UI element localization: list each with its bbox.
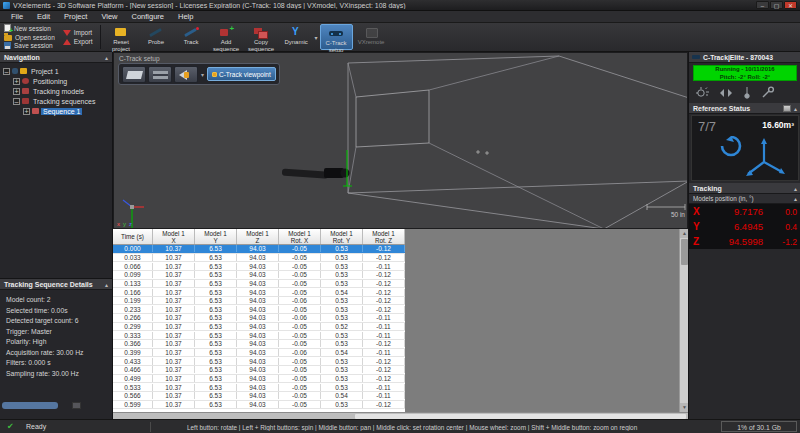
tool-copyseq-button[interactable]: Copy sequence	[245, 24, 278, 50]
column-header-time[interactable]: Time (s)	[113, 229, 153, 244]
table-cell: 94.03	[237, 332, 279, 339]
tool-addseq-button[interactable]: Add sequence	[210, 24, 243, 50]
table-row[interactable]: 0.09910.376.5394.03-0.050.53-0.12	[113, 271, 405, 280]
expand-node-icon[interactable]: +	[13, 78, 20, 85]
view-side-button[interactable]	[148, 66, 172, 83]
table-row[interactable]: 0.53310.376.5394.03-0.050.53-0.11	[113, 383, 405, 392]
table-row[interactable]: 0.49910.376.5394.03-0.050.53-0.12	[113, 375, 405, 384]
session-buttons: New sessionOpen sessionSave session	[0, 23, 59, 51]
collapse-icon[interactable]: ▴	[794, 195, 797, 202]
table-row[interactable]: 0.56610.376.5394.03-0.050.54-0.11	[113, 392, 405, 401]
column-header-rot-z[interactable]: Model 1Rot. Z	[363, 229, 405, 244]
ctrack-viewpoint-button[interactable]: C-Track viewpoint	[207, 67, 276, 81]
wrench-icon[interactable]	[761, 86, 775, 99]
chevron-down-icon[interactable]: ▾	[315, 34, 318, 41]
column-header-x[interactable]: Model 1X	[153, 229, 195, 244]
table-row[interactable]: 0.23310.376.5394.03-0.050.53-0.12	[113, 305, 405, 314]
table-horizontal-scrollbar[interactable]	[113, 412, 688, 419]
menu-item-configure[interactable]: Configure	[125, 12, 172, 21]
button-new-session[interactable]: New session	[2, 24, 57, 33]
tool-probe-button[interactable]: Probe	[140, 24, 173, 50]
axis-label: Y	[693, 221, 703, 232]
minimize-button[interactable]: –	[756, 1, 769, 9]
collapse-icon[interactable]: ▴	[794, 105, 797, 112]
collapse-node-icon[interactable]: –	[13, 98, 20, 105]
tool-ctrack-button[interactable]: C-Track setup	[320, 24, 353, 50]
scrollbar-thumb[interactable]	[681, 239, 688, 265]
reference-status-title: Reference Status	[693, 105, 750, 112]
button-save-session[interactable]: Save session	[2, 41, 57, 50]
menu-item-edit[interactable]: Edit	[30, 12, 57, 21]
scrollbar-thumb[interactable]	[2, 402, 58, 409]
collapse-icon[interactable]: ▴	[105, 54, 108, 61]
menu-item-help[interactable]: Help	[171, 12, 200, 21]
collapse-node-icon[interactable]: –	[3, 68, 10, 75]
table-row[interactable]: 0.13310.376.5394.03-0.050.53-0.12	[113, 280, 405, 289]
alignment-icon[interactable]	[719, 86, 733, 99]
menu-item-project[interactable]: Project	[57, 12, 94, 21]
collapse-icon[interactable]: ▴	[105, 281, 108, 288]
import-icon	[63, 30, 71, 36]
table-row[interactable]: 0.00010.376.5394.03-0.050.53-0.12	[113, 245, 405, 254]
scrollbar-button[interactable]	[72, 402, 81, 409]
menu-item-file[interactable]: File	[4, 12, 30, 21]
menu-item-view[interactable]: View	[94, 12, 124, 21]
column-header-rot-x[interactable]: Model 1Rot. X	[279, 229, 321, 244]
table-row[interactable]: 0.33310.376.5394.03-0.050.53-0.11	[113, 331, 405, 340]
tree-item-tracking-models[interactable]: +Tracking models	[3, 86, 112, 96]
tree-item-tracking-sequences[interactable]: –Tracking sequences	[3, 96, 112, 106]
tool-reset-button[interactable]: Reset project	[105, 24, 138, 50]
tree-item-project-1[interactable]: –Project 1	[3, 66, 112, 76]
button-export[interactable]: Export	[61, 37, 95, 46]
grid-icon[interactable]	[783, 105, 791, 112]
table-cell: 6.53	[195, 245, 237, 252]
table-row[interactable]: 0.03310.376.5394.03-0.050.53-0.12	[113, 254, 405, 263]
expand-node-icon[interactable]: +	[23, 108, 30, 115]
table-vertical-scrollbar[interactable]: ▲ ▼	[679, 229, 688, 412]
view-front-button[interactable]	[122, 66, 146, 83]
tree-item-positioning[interactable]: +Positioning	[3, 76, 112, 86]
led-power-icon[interactable]	[695, 86, 709, 99]
table-row[interactable]: 0.59910.376.5394.03-0.050.53-0.12	[113, 401, 405, 410]
ctrack-viewpoint-label: C-Track viewpoint	[219, 71, 271, 78]
axis-value: 94.5998	[703, 236, 763, 247]
mouse-hints: Left button: rotate | Left + Right butto…	[187, 424, 705, 431]
column-header-y[interactable]: Model 1Y	[195, 229, 237, 244]
table-cell: 0.133	[113, 280, 153, 287]
table-cell: -0.06	[279, 297, 321, 304]
table-row[interactable]: 0.36610.376.5394.03-0.050.53-0.12	[113, 340, 405, 349]
positioning-icon	[22, 78, 29, 84]
visibility-icon[interactable]	[12, 68, 18, 74]
table-row[interactable]: 0.06610.376.5394.03-0.050.53-0.11	[113, 262, 405, 271]
tool-dynamic-button[interactable]: Dynamic	[280, 24, 313, 50]
view-alert-button[interactable]	[174, 66, 198, 83]
table-cell: 6.53	[195, 349, 237, 356]
collapse-icon[interactable]: ▴	[794, 185, 797, 192]
maximize-button[interactable]: ▢	[770, 1, 783, 9]
table-row[interactable]: 0.16610.376.5394.03-0.050.54-0.12	[113, 288, 405, 297]
table-header-row: Time (s)Model 1XModel 1YModel 1ZModel 1R…	[113, 229, 405, 245]
chevron-down-icon[interactable]: ▾	[200, 71, 205, 78]
column-header-rot-y[interactable]: Model 1Rot. Y	[321, 229, 363, 244]
tree-item-sequence-1[interactable]: +Sequence 1	[3, 106, 112, 116]
table-cell: 0.033	[113, 254, 153, 261]
temperature-icon[interactable]	[743, 86, 751, 99]
table-row[interactable]: 0.43310.376.5394.03-0.050.53-0.12	[113, 357, 405, 366]
lock-icon	[212, 72, 217, 77]
table-row[interactable]: 0.26610.376.5394.03-0.060.53-0.11	[113, 314, 405, 323]
table-cell: -0.06	[279, 314, 321, 321]
axis-delta: 0.0	[775, 207, 797, 217]
table-row[interactable]: 0.19910.376.5394.03-0.060.53-0.12	[113, 297, 405, 306]
tool-track-button[interactable]: Track	[175, 24, 208, 50]
table-row[interactable]: 0.46610.376.5394.03-0.050.53-0.12	[113, 366, 405, 375]
viewport-3d[interactable]: x y z 50 in C-Track setup ▾ C-Track view…	[113, 52, 688, 229]
table-row[interactable]: 0.39910.376.5394.03-0.060.54-0.11	[113, 349, 405, 358]
table-row[interactable]: 0.29910.376.5394.03-0.050.52-0.11	[113, 323, 405, 332]
save-session-icon	[4, 42, 11, 49]
sequence-table[interactable]: Time (s)Model 1XModel 1YModel 1ZModel 1R…	[113, 229, 405, 412]
button-import[interactable]: Import	[61, 28, 95, 37]
column-header-z[interactable]: Model 1Z	[237, 229, 279, 244]
close-button[interactable]: ✕	[784, 1, 797, 9]
expand-node-icon[interactable]: +	[13, 88, 20, 95]
details-scrollbar[interactable]	[0, 401, 113, 411]
